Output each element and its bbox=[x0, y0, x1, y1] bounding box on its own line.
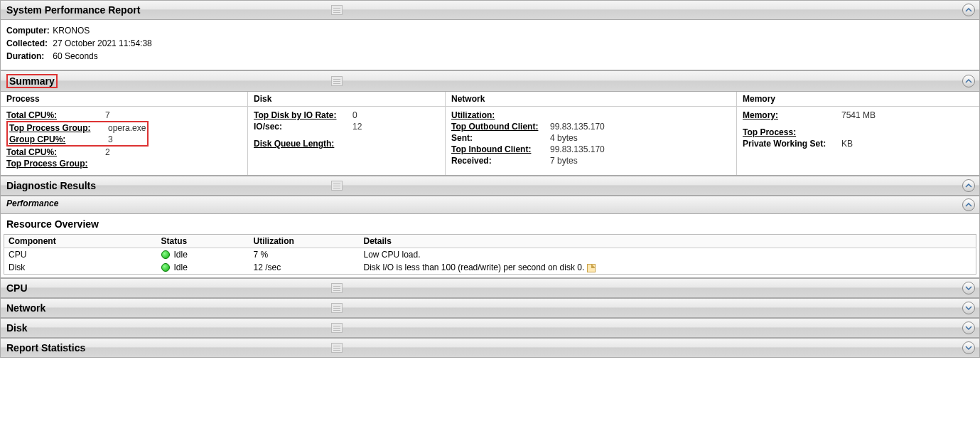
memory-value: 7541 MB bbox=[839, 110, 876, 120]
col-component: Component bbox=[4, 235, 157, 248]
cell-details: Disk I/O is less than 100 (read/write) p… bbox=[364, 262, 585, 272]
cell-status: Idle bbox=[174, 262, 188, 272]
process-highlight: Top Process Group:opera.exe Group CPU%:3 bbox=[6, 121, 149, 147]
utilization-label: Utilization: bbox=[451, 110, 547, 120]
total-cpu2-value: 2 bbox=[102, 147, 110, 157]
section-header-summary[interactable]: Summary bbox=[0, 70, 980, 92]
col-status: Status bbox=[157, 235, 249, 248]
collapse-button[interactable] bbox=[962, 198, 975, 211]
chevron-down-icon bbox=[965, 285, 972, 292]
top-outbound-value: 99.83.135.170 bbox=[547, 122, 605, 132]
resource-overview: Resource Overview Component Status Utili… bbox=[0, 214, 980, 278]
cell-util: 12 /sec bbox=[249, 261, 360, 275]
group-cpu-label: Group CPU%: bbox=[9, 134, 105, 144]
performance-title: Performance bbox=[6, 198, 58, 208]
top-process-label: Top Process: bbox=[743, 127, 839, 137]
section-header-network[interactable]: Network bbox=[0, 298, 980, 318]
collected-value: 27 October 2021 11:54:38 bbox=[53, 38, 151, 48]
status-idle-icon bbox=[161, 263, 170, 272]
process-header: Process bbox=[1, 92, 247, 107]
pws-value: KB bbox=[839, 139, 853, 149]
resource-title: Resource Overview bbox=[4, 217, 976, 234]
expand-button[interactable] bbox=[962, 322, 975, 334]
collected-label: Collected: bbox=[6, 38, 50, 48]
expand-button[interactable] bbox=[962, 302, 975, 314]
top-inbound-value: 99.83.135.170 bbox=[547, 144, 605, 154]
top-disk-io-value: 0 bbox=[350, 110, 357, 120]
resource-table: Component Status Utilization Details CPU… bbox=[4, 234, 976, 275]
pws-label: Private Working Set: bbox=[743, 139, 839, 149]
chevron-down-icon bbox=[965, 304, 972, 312]
received-label: Received: bbox=[451, 156, 547, 166]
chevron-up-icon bbox=[965, 182, 972, 189]
cell-component: Disk bbox=[4, 261, 157, 275]
disk-queue-label: Disk Queue Length: bbox=[254, 139, 350, 149]
summary-col-memory: Memory Memory:7541 MB Top Process: Priva… bbox=[737, 92, 979, 175]
stats-title: Report Statistics bbox=[6, 342, 85, 354]
table-row: CPU Idle 7 % Low CPU load. bbox=[4, 248, 976, 262]
cell-details: Low CPU load. bbox=[360, 248, 976, 262]
disk-header: Disk bbox=[248, 92, 445, 107]
section-header-disk[interactable]: Disk bbox=[0, 318, 980, 338]
iosec-value: 12 bbox=[350, 122, 362, 132]
expand-button[interactable] bbox=[962, 282, 975, 294]
sent-value: 4 bytes bbox=[547, 133, 578, 143]
summary-body: Process Total CPU%:7 Top Process Group:o… bbox=[0, 92, 980, 176]
top-disk-io-label: Top Disk by IO Rate: bbox=[254, 110, 350, 120]
table-row: Disk Idle 12 /sec Disk I/O is less than … bbox=[4, 261, 976, 275]
report-title: System Performance Report bbox=[6, 4, 140, 16]
status-idle-icon bbox=[161, 250, 170, 259]
chevron-up-icon bbox=[965, 78, 972, 85]
disk-title: Disk bbox=[6, 322, 28, 334]
memory-header: Memory bbox=[737, 92, 979, 107]
summary-col-disk: Disk Top Disk by IO Rate:0 IO/sec:12 Dis… bbox=[248, 92, 446, 175]
received-value: 7 bytes bbox=[547, 156, 578, 166]
duration-label: Duration: bbox=[6, 51, 50, 61]
sub-header-performance[interactable]: Performance bbox=[0, 196, 980, 214]
summary-title: Summary bbox=[9, 75, 55, 87]
chevron-up-icon bbox=[965, 6, 972, 14]
summary-col-process: Process Total CPU%:7 Top Process Group:o… bbox=[1, 92, 248, 175]
network-header: Network bbox=[446, 92, 736, 107]
group-cpu-value: 3 bbox=[105, 134, 113, 144]
chevron-up-icon bbox=[965, 201, 972, 208]
computer-value: KRONOS bbox=[53, 26, 90, 36]
report-info: Computer: KRONOS Collected: 27 October 2… bbox=[0, 20, 980, 70]
top-inbound-label: Top Inbound Client: bbox=[451, 144, 547, 154]
total-cpu-value: 7 bbox=[102, 110, 110, 120]
calendar-icon bbox=[331, 323, 343, 333]
chevron-down-icon bbox=[965, 324, 972, 331]
collapse-button[interactable] bbox=[962, 75, 975, 87]
calendar-icon bbox=[331, 76, 343, 86]
top-process-group-label: Top Process Group: bbox=[9, 123, 105, 133]
top-process-group-value: opera.exe bbox=[105, 123, 146, 133]
cell-util: 7 % bbox=[249, 248, 360, 262]
network-title: Network bbox=[6, 302, 45, 314]
note-icon[interactable] bbox=[587, 264, 596, 272]
memory-label: Memory: bbox=[743, 110, 839, 120]
top-process-group2-label: Top Process Group: bbox=[6, 159, 102, 169]
sent-label: Sent: bbox=[451, 133, 547, 143]
collapse-button[interactable] bbox=[962, 4, 975, 16]
top-outbound-label: Top Outbound Client: bbox=[451, 122, 547, 132]
computer-label: Computer: bbox=[6, 26, 50, 36]
expand-button[interactable] bbox=[962, 341, 975, 354]
section-header-cpu[interactable]: CPU bbox=[0, 278, 980, 298]
summary-highlight: Summary bbox=[6, 74, 58, 88]
iosec-label: IO/sec: bbox=[254, 122, 350, 132]
cpu-title: CPU bbox=[6, 282, 28, 294]
total-cpu2-label: Total CPU%: bbox=[6, 147, 102, 157]
section-header-diagnostic[interactable]: Diagnostic Results bbox=[0, 176, 980, 196]
collapse-button[interactable] bbox=[962, 179, 975, 192]
summary-col-network: Network Utilization: Top Outbound Client… bbox=[446, 92, 737, 175]
calendar-icon bbox=[331, 343, 343, 353]
chevron-down-icon bbox=[965, 344, 972, 351]
diagnostic-title: Diagnostic Results bbox=[6, 180, 96, 191]
calendar-icon bbox=[331, 181, 343, 191]
duration-value: 60 Seconds bbox=[53, 51, 97, 61]
section-header-stats[interactable]: Report Statistics bbox=[0, 338, 980, 358]
calendar-icon bbox=[331, 5, 343, 15]
calendar-icon bbox=[331, 303, 343, 313]
section-header-report[interactable]: System Performance Report bbox=[0, 0, 980, 20]
calendar-icon bbox=[331, 283, 343, 293]
